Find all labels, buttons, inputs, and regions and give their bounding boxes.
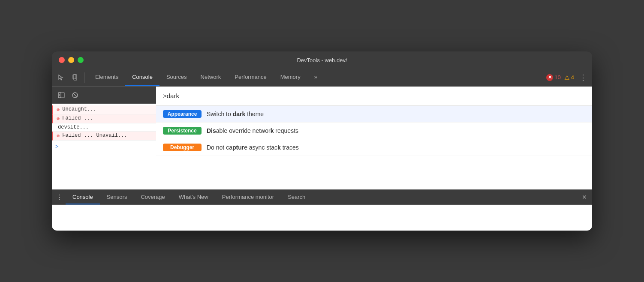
svg-rect-3 xyxy=(58,93,64,98)
toolbar-right: ✕ 10 ⚠ 4 ⋮ xyxy=(546,73,589,82)
error-icon-4: ⊗ xyxy=(57,133,60,139)
command-item-appearance[interactable]: Appearance Switch to dark theme xyxy=(156,106,592,123)
tab-sources[interactable]: Sources xyxy=(159,69,194,86)
tag-appearance: Appearance xyxy=(163,110,202,118)
device-icon xyxy=(72,74,78,81)
bottom-tab-coverage[interactable]: Coverage xyxy=(134,190,172,204)
error-icon-2: ⊗ xyxy=(57,116,60,122)
warning-icon: ⚠ xyxy=(564,74,570,81)
command-results: Appearance Switch to dark theme Persiste… xyxy=(156,105,592,156)
tag-debugger: Debugger xyxy=(163,144,202,151)
error-badge[interactable]: ✕ 10 xyxy=(546,74,560,81)
title-bar: DevTools - web.dev/ xyxy=(52,51,592,69)
bottom-tab-search[interactable]: Search xyxy=(281,190,312,204)
bottom-tab-whats-new[interactable]: What's New xyxy=(172,190,215,204)
tag-persistence: Persistence xyxy=(163,127,202,135)
bottom-panel-content xyxy=(52,205,592,231)
warning-badge[interactable]: ⚠ 4 xyxy=(564,74,574,81)
bottom-tabs: Console Sensors Coverage What's New Perf… xyxy=(66,190,312,204)
cursor-icon xyxy=(58,74,65,81)
clear-console-button[interactable] xyxy=(69,89,81,101)
tab-elements[interactable]: Elements xyxy=(88,69,125,86)
minimize-button[interactable] xyxy=(68,57,74,63)
command-description-persistence: Disable override network requests xyxy=(207,127,298,134)
command-item-persistence[interactable]: Persistence Disable override network req… xyxy=(156,123,592,139)
svg-rect-0 xyxy=(73,75,76,79)
more-options-button[interactable]: ⋮ xyxy=(578,73,589,82)
traffic-lights xyxy=(59,57,84,63)
toolbar2-left xyxy=(55,89,81,101)
bottom-tab-performance-monitor[interactable]: Performance monitor xyxy=(215,190,281,204)
bottom-tabs-more-button[interactable]: ⋮ xyxy=(54,191,66,203)
window-title: DevTools - web.dev/ xyxy=(297,57,347,63)
warning-count: 4 xyxy=(571,74,574,81)
devtools-window: DevTools - web.dev/ Elements Console Sou… xyxy=(52,51,592,231)
command-description-debugger: Do not capture async stack traces xyxy=(207,144,299,151)
close-button[interactable] xyxy=(59,57,65,63)
tab-network[interactable]: Network xyxy=(194,69,228,86)
tab-memory[interactable]: Memory xyxy=(274,69,307,86)
close-bottom-panel-button[interactable]: × xyxy=(578,191,590,203)
more-tabs-button[interactable]: » xyxy=(307,69,324,86)
error-icon-1: ⊗ xyxy=(57,107,60,113)
maximize-button[interactable] xyxy=(78,57,84,63)
command-input[interactable] xyxy=(163,92,585,99)
svg-line-6 xyxy=(73,93,77,97)
bottom-tabs-left: ⋮ xyxy=(54,191,66,203)
bottom-tabs-bar: ⋮ Console Sensors Coverage What's New Pe… xyxy=(52,189,592,205)
bottom-tabs-right: × xyxy=(578,191,590,203)
main-tabs: Elements Console Sources Network Perform… xyxy=(88,69,545,86)
command-description-appearance: Switch to dark theme xyxy=(207,111,264,117)
command-item-debugger[interactable]: Debugger Do not capture async stack trac… xyxy=(156,139,592,156)
bottom-tab-console[interactable]: Console xyxy=(66,190,100,204)
main-toolbar: Elements Console Sources Network Perform… xyxy=(52,69,592,87)
device-toolbar-button[interactable] xyxy=(69,72,81,84)
tab-console[interactable]: Console xyxy=(125,69,159,86)
toolbar-separator-1 xyxy=(84,72,85,83)
block-icon xyxy=(72,92,78,99)
tab-performance[interactable]: Performance xyxy=(228,69,273,86)
error-icon: ✕ xyxy=(546,74,553,81)
bottom-tab-sensors[interactable]: Sensors xyxy=(100,190,134,204)
sidebar-icon xyxy=(58,92,65,99)
inspect-element-button[interactable] xyxy=(55,72,67,84)
secondary-toolbar: Appearance Switch to dark theme Persiste… xyxy=(52,87,592,104)
svg-rect-1 xyxy=(74,75,77,80)
error-count: 10 xyxy=(554,74,560,81)
command-input-row xyxy=(156,87,592,105)
show-console-sidebar-button[interactable] xyxy=(55,89,67,101)
command-palette: Appearance Switch to dark theme Persiste… xyxy=(156,87,592,156)
prompt-arrow: > xyxy=(55,144,58,150)
